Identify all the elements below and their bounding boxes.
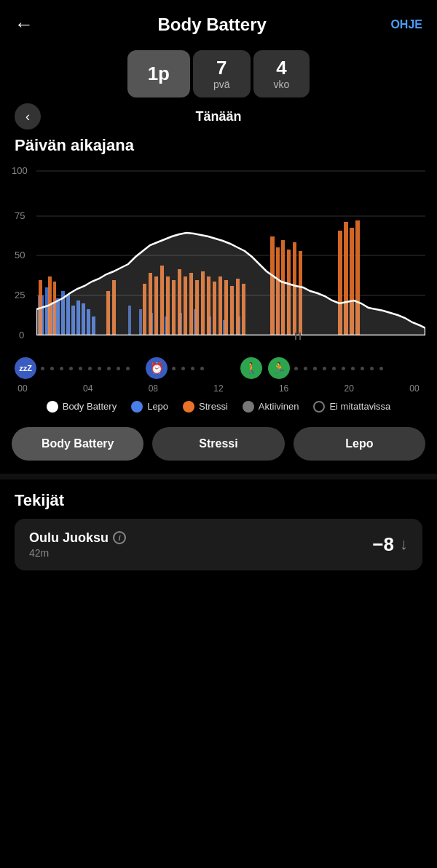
- x-axis-labels: 00 04 08 12 16 20 00: [0, 382, 437, 394]
- section-divider: [0, 474, 437, 479]
- legend-dot-aktiivinen: [243, 401, 254, 413]
- tekijat-title: Tekijät: [15, 491, 422, 510]
- legend-dot-ei-mitattavissa: [313, 401, 325, 413]
- legend-label-stressi: Stressi: [199, 401, 228, 412]
- legend-label-lepo: Lepo: [147, 401, 168, 412]
- time-range-btn-1[interactable]: 7pvä: [193, 50, 251, 97]
- run-icon: 🏃: [268, 357, 290, 379]
- factor-name: Oulu Juoksu i: [29, 530, 126, 546]
- tekijat-section: Tekijät Oulu Juoksu i 42m −8 ↓: [0, 479, 437, 576]
- current-date-label: Tänään: [195, 109, 241, 124]
- legend-body-battery: Body Battery: [47, 401, 117, 413]
- svg-text:25: 25: [15, 290, 25, 300]
- time-range-btn-2[interactable]: 4vko: [253, 50, 310, 97]
- factor-card-oulu[interactable]: Oulu Juoksu i 42m −8 ↓: [15, 519, 422, 570]
- legend-dot-body-battery: [47, 401, 58, 413]
- prev-date-button[interactable]: ‹: [15, 103, 41, 130]
- help-button[interactable]: OHJE: [390, 18, 422, 31]
- chart-svg: 100 75 50 25 0: [12, 164, 425, 353]
- factor-score: −8: [372, 533, 394, 556]
- body-battery-button[interactable]: Body Battery: [12, 427, 143, 461]
- back-button[interactable]: ←: [15, 13, 34, 36]
- chart-section-title: Päivän aikajana: [0, 127, 437, 158]
- factor-info-left: Oulu Juoksu i 42m: [29, 530, 126, 559]
- body-battery-chart: 100 75 50 25 0: [12, 164, 425, 353]
- legend-dot-lepo: [131, 401, 143, 413]
- x-label-08: 08: [142, 383, 164, 394]
- sleep-icon: zzZ: [15, 357, 36, 379]
- legend-stressi: Stressi: [183, 401, 228, 413]
- factor-name-text: Oulu Juoksu: [29, 530, 109, 546]
- legend-label-aktiivinen: Aktiivinen: [259, 401, 299, 412]
- walk-icon: 🚶: [240, 357, 262, 379]
- x-label-16: 16: [273, 383, 295, 394]
- factor-trend-arrow: ↓: [400, 535, 408, 554]
- stressi-button[interactable]: Stressi: [152, 427, 284, 461]
- x-label-00: 00: [12, 383, 34, 394]
- action-buttons-row: Body Battery Stressi Lepo: [0, 417, 437, 474]
- chart-legend: Body Battery Lepo Stressi Aktiivinen Ei …: [0, 394, 437, 417]
- time-range-btn-0[interactable]: 1p: [127, 50, 190, 97]
- legend-dot-stressi: [183, 401, 194, 413]
- svg-text:0: 0: [19, 330, 24, 341]
- legend-label-body-battery: Body Battery: [63, 401, 117, 412]
- timeline-row: zzZ ⏰ 🚶 🏃: [0, 354, 437, 382]
- alarm-icon: ⏰: [146, 357, 168, 379]
- lepo-button[interactable]: Lepo: [294, 427, 425, 461]
- navigation-row: ‹ Tänään: [0, 103, 437, 127]
- factor-value-right: −8 ↓: [372, 533, 408, 556]
- legend-lepo: Lepo: [131, 401, 168, 413]
- legend-label-ei-mitattavissa: Ei mitattavissa: [329, 401, 390, 412]
- chart-container: 100 75 50 25 0: [0, 164, 437, 353]
- svg-text:100: 100: [12, 165, 28, 176]
- factor-duration: 42m: [29, 547, 126, 559]
- header: ← Body Battery OHJE: [0, 0, 437, 43]
- x-label-04: 04: [77, 383, 99, 394]
- factor-info-button[interactable]: i: [113, 531, 126, 544]
- svg-text:50: 50: [15, 250, 25, 260]
- legend-aktiivinen: Aktiivinen: [243, 401, 299, 413]
- page-title: Body Battery: [158, 15, 267, 35]
- x-label-20: 20: [338, 383, 360, 394]
- x-label-12: 12: [208, 383, 229, 394]
- svg-text:75: 75: [15, 210, 25, 221]
- legend-ei-mitattavissa: Ei mitattavissa: [313, 401, 390, 413]
- x-label-00b: 00: [403, 383, 425, 394]
- time-range-selector: 1p7pvä4vko: [0, 43, 437, 103]
